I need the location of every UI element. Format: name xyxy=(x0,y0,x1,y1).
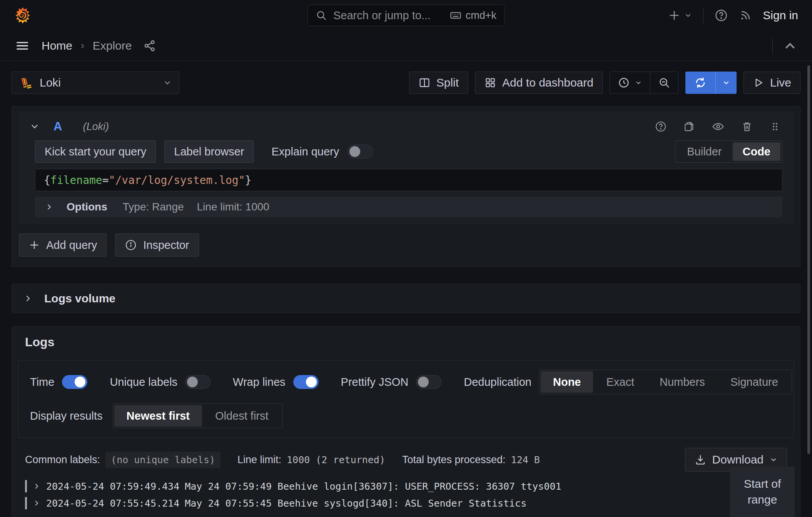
label-browser-button[interactable]: Label browser xyxy=(164,140,254,163)
log-rows: 2024-05-24 07:59:49.434May 24 07:59:49 B… xyxy=(18,478,794,512)
log-message: May 24 07:59:49 Beehive login[36307]: US… xyxy=(185,481,561,492)
editor-mode-group: Builder Code xyxy=(675,140,782,163)
logs-volume-title: Logs volume xyxy=(44,292,115,305)
breadcrumb-current: Explore xyxy=(93,39,132,52)
search-icon xyxy=(316,10,327,21)
query-options-collapsible[interactable]: Options Type: Range Line limit: 1000 xyxy=(35,197,782,217)
kick-start-query-button[interactable]: Kick start your query xyxy=(35,140,156,163)
explain-query-label: Explain query xyxy=(271,145,339,158)
grafana-logo[interactable] xyxy=(14,7,32,24)
share-icon[interactable] xyxy=(143,39,156,52)
query-datasource-hint: (Loki) xyxy=(83,121,109,133)
log-row[interactable]: 2024-05-24 07:59:49.434May 24 07:59:49 B… xyxy=(18,478,794,495)
refresh-interval-dropdown[interactable] xyxy=(715,72,737,94)
divider xyxy=(703,7,703,23)
menu-icon[interactable] xyxy=(15,38,30,53)
breadcrumb-home[interactable]: Home xyxy=(42,39,72,52)
copy-query-icon[interactable] xyxy=(683,120,695,133)
download-icon xyxy=(694,454,707,466)
dedup-option-numbers[interactable]: Numbers xyxy=(647,371,717,393)
run-query-button-group xyxy=(685,72,737,94)
chevron-right-icon xyxy=(45,203,53,211)
drag-handle-icon[interactable] xyxy=(769,121,781,132)
deduplication-group: None Exact Numbers Signature xyxy=(539,370,792,394)
refresh-button[interactable] xyxy=(685,72,715,94)
live-button[interactable]: Live xyxy=(743,72,800,94)
deduplication-label: Deduplication xyxy=(464,376,531,389)
start-of-range-button[interactable]: Start of range xyxy=(730,467,795,517)
logs-panel: Logs Time Unique labels Wrap lines Prett… xyxy=(12,326,800,517)
chevron-up-icon[interactable] xyxy=(783,38,797,53)
query-label-token: filename xyxy=(50,174,102,187)
search-placeholder: Search or jump to... xyxy=(333,9,443,22)
builder-mode-option[interactable]: Builder xyxy=(677,142,732,161)
query-editor-panel: A (Loki) xyxy=(12,106,800,267)
search-input[interactable]: Search or jump to... cmd+k xyxy=(307,5,505,26)
wrap-lines-toggle-label: Wrap lines xyxy=(233,376,285,389)
breadcrumb: Home › Explore xyxy=(42,39,132,52)
zoom-out-button[interactable] xyxy=(650,72,678,93)
time-picker-button[interactable] xyxy=(610,72,650,93)
total-bytes-value: 124 B xyxy=(511,454,540,465)
order-option-newest[interactable]: Newest first xyxy=(114,405,202,427)
help-icon[interactable] xyxy=(714,8,728,22)
explore-toolbar: Loki Split xyxy=(12,72,800,94)
refresh-icon xyxy=(694,76,707,89)
trash-icon[interactable] xyxy=(741,120,753,133)
wrap-lines-toggle[interactable] xyxy=(293,375,319,389)
inspector-button[interactable]: Inspector xyxy=(115,233,199,257)
unique-labels-toggle[interactable] xyxy=(185,375,211,389)
display-results-label: Display results xyxy=(30,410,103,422)
common-labels-label: Common labels: xyxy=(25,454,100,466)
time-toggle[interactable] xyxy=(62,375,87,389)
add-query-button[interactable]: Add query xyxy=(19,233,107,257)
dedup-option-none[interactable]: None xyxy=(541,371,593,393)
logs-volume-section[interactable]: Logs volume xyxy=(12,284,800,313)
explain-query-toggle[interactable] xyxy=(348,145,373,158)
sign-in-button[interactable]: Sign in xyxy=(763,9,798,22)
line-limit-label: Line limit: xyxy=(237,454,281,466)
add-to-dashboard-button[interactable]: Add to dashboard xyxy=(475,72,603,94)
dedup-option-signature[interactable]: Signature xyxy=(718,371,790,393)
divider xyxy=(772,38,773,54)
plus-icon xyxy=(28,239,40,251)
query-string-token: "/var/log/system.log" xyxy=(109,174,245,187)
vertical-scrollbar[interactable] xyxy=(807,65,810,454)
info-circle-icon xyxy=(125,239,137,251)
prettify-json-toggle[interactable] xyxy=(416,375,441,389)
options-line-limit: Line limit: 1000 xyxy=(197,201,269,213)
question-circle-icon[interactable] xyxy=(655,120,667,133)
chevron-down-icon xyxy=(684,11,692,20)
breadcrumb-bar: Home › Explore xyxy=(0,31,812,61)
query-ref-id[interactable]: A xyxy=(53,120,62,133)
news-rss-icon[interactable] xyxy=(739,9,752,22)
log-row[interactable]: 2024-05-24 07:55:45.214May 24 07:55:45 B… xyxy=(18,495,794,512)
hide-query-eye-icon[interactable] xyxy=(712,120,725,133)
new-menu-button[interactable] xyxy=(668,9,692,22)
query-code-input[interactable]: {filename="/var/log/system.log"} xyxy=(35,169,782,191)
play-icon xyxy=(753,77,764,88)
order-option-oldest[interactable]: Oldest first xyxy=(203,405,281,427)
query-brace-close: } xyxy=(245,174,252,187)
split-icon xyxy=(418,77,431,89)
code-mode-option[interactable]: Code xyxy=(733,142,781,161)
datasource-picker[interactable]: Loki xyxy=(12,72,179,94)
loki-logo xyxy=(19,75,33,90)
log-message: May 24 07:55:45 Beehive syslogd[340]: AS… xyxy=(185,498,526,509)
datasource-name: Loki xyxy=(40,76,61,89)
keyboard-icon xyxy=(449,9,462,22)
search-shortcut: cmd+k xyxy=(449,9,496,22)
clock-icon xyxy=(618,77,630,89)
logs-controls: Time Unique labels Wrap lines Prettify J… xyxy=(18,360,794,438)
collapse-query-icon[interactable] xyxy=(24,122,45,132)
prettify-json-toggle-label: Prettify JSON xyxy=(341,376,409,389)
chevron-down-icon xyxy=(163,78,172,87)
chevron-right-icon xyxy=(33,483,40,490)
split-button[interactable]: Split xyxy=(409,72,468,94)
dedup-option-exact[interactable]: Exact xyxy=(594,371,647,393)
plus-icon xyxy=(668,9,681,22)
unique-labels-toggle-label: Unique labels xyxy=(110,376,177,389)
apps-grid-icon xyxy=(484,77,496,89)
explore-page: Loki Split xyxy=(0,72,812,517)
chevron-down-icon xyxy=(722,78,730,87)
